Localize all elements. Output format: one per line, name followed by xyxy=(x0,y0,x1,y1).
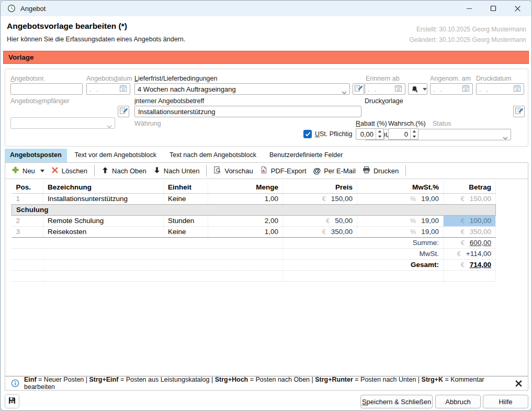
cell-menge[interactable]: 1,00 xyxy=(208,226,283,237)
druckdatum-input[interactable]: . . 12 xyxy=(476,83,524,95)
record-meta: Erstellt: 30.10.2025 Georg Mustermann Ge… xyxy=(410,24,526,45)
angebotsempfaenger-combobox[interactable] xyxy=(10,117,115,129)
print-button[interactable]: Drucken xyxy=(363,166,399,175)
cell-pos[interactable]: 3 xyxy=(12,226,43,237)
cell-pos[interactable]: 1 xyxy=(12,193,43,204)
cell-menge[interactable]: 2,00 xyxy=(208,215,283,226)
table-row[interactable]: 3ReisekostenKeine1,00€350,00%19,00€350,0… xyxy=(12,226,496,237)
edit-druckvorlage-button[interactable] xyxy=(513,106,525,117)
minimize-button[interactable] xyxy=(457,1,481,16)
table-row[interactable]: 1InstallationsunterstützungKeine1,00€150… xyxy=(12,193,496,204)
erinnern-ab-input[interactable]: . . 12 xyxy=(365,83,405,95)
col-header-betrag[interactable]: Betrag xyxy=(444,182,496,193)
tab-text-nach-dem-angebotsblock[interactable]: Text nach dem Angebotsblock xyxy=(164,149,262,162)
chevron-down-icon xyxy=(503,134,508,141)
email-button[interactable]: @ Per E-Mail xyxy=(313,167,356,175)
spin-up-icon[interactable] xyxy=(376,129,383,134)
spin-up-icon[interactable] xyxy=(411,129,418,134)
cell-preis[interactable]: €150,00 xyxy=(283,193,357,204)
cell-bezeichnung[interactable]: Installationsunterstützung xyxy=(43,193,164,204)
section-header-vorlage: Vorlage xyxy=(3,51,529,64)
cell-einheit[interactable]: Keine xyxy=(164,193,208,204)
lieferfrist-combobox[interactable]: 4 Wochen nach Auftragseingang xyxy=(134,83,350,95)
druckdatum-label: Druckdatum xyxy=(476,75,511,82)
totals-value-cell: €714,00 xyxy=(444,259,496,270)
calendar-icon[interactable]: 12 xyxy=(513,84,521,94)
cell-mwst[interactable]: %19,00 xyxy=(357,226,444,237)
dialog-window: Angebot Angebotsvorlage bearbeiten (*) H… xyxy=(0,0,532,411)
ust-pflichtig-checkbox[interactable] xyxy=(303,130,312,138)
close-button[interactable] xyxy=(505,1,529,16)
tab-text-vor-dem-angebotsblock[interactable]: Text vor dem Angebotsblock xyxy=(70,149,162,162)
edit-angebotsempfaenger-button[interactable] xyxy=(118,106,129,117)
cell-pos[interactable]: 2 xyxy=(12,215,43,226)
col-header-menge[interactable]: Menge xyxy=(208,182,283,193)
chevron-down-icon xyxy=(107,122,112,130)
col-header-bezeichnung[interactable]: Bezeichnung xyxy=(43,182,164,193)
spin-down-icon[interactable] xyxy=(376,134,383,139)
reminder-bell-button[interactable] xyxy=(408,83,427,95)
lieferfrist-label: Lieferfrist/Lieferbedingungen xyxy=(134,75,217,82)
wahrsch-stepper[interactable]: 0 xyxy=(388,128,418,140)
druckvorlage-combobox[interactable]: XT_QUOTE xyxy=(365,129,511,140)
ust-pflichtig-label: USt. Pflichtig xyxy=(315,130,353,138)
cell-betrag[interactable]: €350,00 xyxy=(444,226,496,237)
edit-lieferfrist-button[interactable] xyxy=(353,83,364,95)
tab-angebotsposten[interactable]: Angebotsposten xyxy=(5,149,67,162)
preview-magnifier-icon xyxy=(213,166,221,175)
tab-benutzerdefinierte-felder[interactable]: Benutzerdefinierte Felder xyxy=(264,149,348,162)
angebotsnr-input[interactable] xyxy=(10,83,83,95)
cell-bezeichnung[interactable]: Reisekosten xyxy=(43,226,164,237)
col-header-preis[interactable]: Preis xyxy=(283,182,357,193)
clock-icon xyxy=(7,4,16,13)
waehrung-label: Währung xyxy=(134,120,161,127)
cell-preis[interactable]: €350,00 xyxy=(283,226,357,237)
cell-menge[interactable]: 1,00 xyxy=(208,193,283,204)
cell-mwst[interactable]: %19,00 xyxy=(357,193,444,204)
empty-cell xyxy=(283,270,444,281)
shortcut-hint-text: Einf = Neuer Posten | Strg+Einf = Posten… xyxy=(24,376,511,391)
preview-button[interactable]: Vorschau xyxy=(213,166,253,175)
table-row[interactable]: 2Remote SchulungStunden2,00€50,00%19,00€… xyxy=(12,215,496,226)
angebotsdatum-input[interactable]: . . 12 xyxy=(86,83,130,95)
cell-betrag[interactable]: €150,00 xyxy=(444,193,496,204)
svg-text:12: 12 xyxy=(397,88,400,91)
pdf-export-button[interactable]: A PDF-Export xyxy=(260,166,307,175)
cell-betrag[interactable]: €100,00 xyxy=(444,215,496,226)
move-down-button[interactable]: Nach Unten xyxy=(153,166,200,175)
col-header-einheit[interactable]: Einheit xyxy=(164,182,208,193)
betreff-input[interactable] xyxy=(134,106,361,117)
move-up-button[interactable]: Nach Oben xyxy=(101,166,146,175)
help-button[interactable]: Hilfe xyxy=(483,395,528,408)
tab-strip: AngebotspostenText vor dem Angebotsblock… xyxy=(5,149,348,162)
items-table-body: 1InstallationsunterstützungKeine1,00€150… xyxy=(12,193,496,281)
calendar-icon[interactable]: 12 xyxy=(462,84,470,94)
cell-mwst[interactable]: %19,00 xyxy=(357,215,444,226)
cell-einheit[interactable]: Stunden xyxy=(164,215,208,226)
druckvorlage-label: Druckvorlage xyxy=(365,97,403,105)
save-close-button[interactable]: Speichern & Schließen xyxy=(360,395,433,408)
angenommen-am-input[interactable]: . . 12 xyxy=(430,83,473,95)
floppy-disk-icon xyxy=(8,396,16,407)
empty-cell xyxy=(444,270,496,281)
new-item-button[interactable]: Neu xyxy=(12,166,44,175)
cell-einheit[interactable]: Keine xyxy=(164,226,208,237)
delete-item-button[interactable]: Löschen xyxy=(51,166,87,175)
save-button[interactable] xyxy=(5,394,19,408)
calendar-icon[interactable]: 12 xyxy=(119,84,127,94)
form-panel: Angebotsnr. Angebotsdatum . . 12 Lieferf… xyxy=(5,69,528,147)
cell-bezeichnung[interactable]: Remote Schulung xyxy=(43,215,164,226)
angebotsnr-label: Angebotsnr. xyxy=(10,75,46,82)
cell-preis[interactable]: €50,00 xyxy=(283,215,357,226)
calendar-icon[interactable]: 12 xyxy=(394,84,402,94)
rabatt-stepper[interactable]: 0,00 xyxy=(356,128,384,140)
maximize-button[interactable] xyxy=(481,1,505,16)
bell-dropdown-icon[interactable] xyxy=(421,84,429,94)
new-item-dropdown-icon[interactable] xyxy=(40,170,44,172)
col-header-mwst[interactable]: MwSt.% xyxy=(357,182,444,193)
cancel-button[interactable]: Abbruch xyxy=(435,395,481,408)
group-row[interactable]: Schulung xyxy=(12,204,496,215)
col-header-pos[interactable]: Pos. xyxy=(12,182,43,193)
spin-down-icon[interactable] xyxy=(411,134,418,139)
hint-close-icon[interactable] xyxy=(515,380,522,387)
